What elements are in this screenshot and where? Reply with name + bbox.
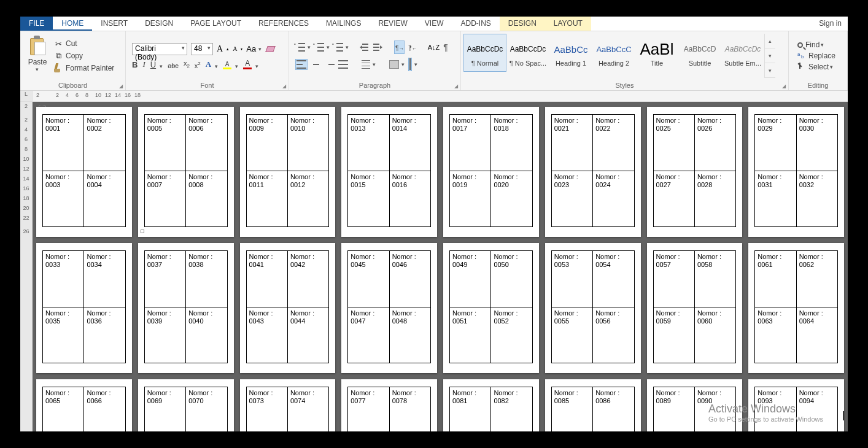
menu-view[interactable]: VIEW <box>416 17 452 31</box>
page-thumbnail[interactable]: Nomor :0069Nomor :0070 <box>138 379 234 431</box>
label-cell[interactable]: Nomor :0005 <box>144 115 185 171</box>
label-cell[interactable]: Nomor :0052 <box>491 307 532 363</box>
label-cell[interactable]: Nomor :0025 <box>653 115 694 171</box>
ruler-horizontal[interactable]: L 224681012141618 <box>20 91 848 102</box>
menu-insert[interactable]: INSERT <box>92 17 136 31</box>
label-cell[interactable]: Nomor :0039 <box>144 307 185 363</box>
decrease-font-button[interactable]: A <box>233 45 237 52</box>
increase-font-button[interactable]: A <box>217 44 223 54</box>
label-cell[interactable]: Nomor :0090 <box>694 387 735 432</box>
label-cell[interactable]: Nomor :0047 <box>348 307 389 363</box>
label-cell[interactable]: Nomor :0051 <box>450 307 491 363</box>
label-cell[interactable]: Nomor :0049 <box>450 251 491 307</box>
label-cell[interactable]: Nomor :0010 <box>287 115 328 171</box>
subscript-button[interactable]: x2 <box>184 60 190 69</box>
page-thumbnail[interactable]: Nomor :0001Nomor :0002Nomor :0003Nomor :… <box>36 107 132 237</box>
menu-table-design[interactable]: DESIGN <box>500 17 545 31</box>
copy-button[interactable]: ⧉Copy <box>53 51 114 61</box>
clear-formatting-button[interactable] <box>265 44 275 54</box>
label-cell[interactable]: Nomor :0059 <box>653 307 694 363</box>
page-thumbnail[interactable]: Nomor :0037Nomor :0038Nomor :0039Nomor :… <box>138 243 234 373</box>
align-center-button[interactable] <box>311 60 321 69</box>
page-thumbnail[interactable]: Nomor :0093Nomor :0094 <box>748 379 844 431</box>
label-cell[interactable]: Nomor :0055 <box>551 307 592 363</box>
page-thumbnail[interactable]: Nomor :0089Nomor :0090 <box>647 379 743 431</box>
label-cell[interactable]: Nomor :0016 <box>389 171 430 227</box>
menu-home[interactable]: HOME <box>53 17 92 31</box>
page-thumbnail[interactable]: Nomor :0057Nomor :0058Nomor :0059Nomor :… <box>647 243 743 373</box>
label-cell[interactable]: Nomor :0007 <box>144 171 185 227</box>
label-cell[interactable]: Nomor :0043 <box>246 307 287 363</box>
align-right-button[interactable] <box>325 60 335 69</box>
label-cell[interactable]: Nomor :0014 <box>389 115 430 171</box>
label-cell[interactable]: Nomor :0045 <box>348 251 389 307</box>
label-cell[interactable]: Nomor :0054 <box>593 251 634 307</box>
label-cell[interactable]: Nomor :0057 <box>653 251 694 307</box>
page-thumbnail[interactable]: Nomor :0041Nomor :0042Nomor :0043Nomor :… <box>240 243 336 373</box>
replace-button[interactable]: Replace <box>797 52 835 60</box>
paste-button[interactable]: Paste ▾ <box>24 34 51 77</box>
page-thumbnail[interactable]: Nomor :0009Nomor :0010Nomor :0011Nomor :… <box>240 107 336 237</box>
page-thumbnail[interactable]: Nomor :0061Nomor :0062Nomor :0063Nomor :… <box>748 243 844 373</box>
label-cell[interactable]: Nomor :0093 <box>755 387 796 432</box>
dialog-launcher-icon[interactable]: ◢ <box>119 83 123 89</box>
page-thumbnail[interactable]: Nomor :0081Nomor :0082 <box>443 379 539 431</box>
style-tile-title[interactable]: AaBlTitle <box>635 34 678 72</box>
highlight-button[interactable]: A <box>223 61 231 69</box>
label-cell[interactable]: Nomor :0032 <box>796 171 837 227</box>
label-cell[interactable]: Nomor :0074 <box>287 387 328 432</box>
label-cell[interactable]: Nomor :0060 <box>694 307 735 363</box>
label-cell[interactable]: Nomor :0015 <box>348 171 389 227</box>
page-thumbnail[interactable]: Nomor :0085Nomor :0086 <box>545 379 641 431</box>
label-cell[interactable]: Nomor :0029 <box>755 115 796 171</box>
ruler-vertical[interactable]: 224681012141618202226 <box>20 102 33 431</box>
menu-file[interactable]: FILE <box>20 17 53 31</box>
superscript-button[interactable]: x2 <box>195 61 201 69</box>
label-cell[interactable]: Nomor :0012 <box>287 171 328 227</box>
label-cell[interactable]: Nomor :0066 <box>84 387 125 432</box>
menu-mailings[interactable]: MAILINGS <box>317 17 370 31</box>
page-thumbnail[interactable]: Nomor :0033Nomor :0034Nomor :0035Nomor :… <box>36 243 132 373</box>
label-cell[interactable]: Nomor :0046 <box>389 251 430 307</box>
label-cell[interactable]: Nomor :0013 <box>348 115 389 171</box>
chevron-icon[interactable]: ▾ <box>765 63 775 78</box>
menu-addins[interactable]: ADD-INS <box>452 17 499 31</box>
rtl-button[interactable]: ¶← <box>408 42 416 53</box>
label-cell[interactable]: Nomor :0018 <box>491 115 532 171</box>
bold-button[interactable]: B <box>132 60 138 69</box>
label-cell[interactable]: Nomor :0017 <box>450 115 491 171</box>
page-thumbnail[interactable]: Nomor :0045Nomor :0046Nomor :0047Nomor :… <box>341 243 437 373</box>
line-spacing-button[interactable] <box>362 60 370 69</box>
font-size-select[interactable]: 48 <box>191 43 213 55</box>
font-name-select[interactable]: Calibri (Body) <box>132 43 187 55</box>
label-cell[interactable]: Nomor :0069 <box>144 387 185 432</box>
chevron-icon[interactable]: ▾ <box>765 48 775 63</box>
label-cell[interactable]: Nomor :0077 <box>348 387 389 432</box>
label-cell[interactable]: Nomor :0026 <box>694 115 735 171</box>
align-justify-button[interactable] <box>338 60 348 69</box>
label-cell[interactable]: Nomor :0024 <box>593 171 634 227</box>
decrease-indent-button[interactable] <box>360 43 370 52</box>
table-resize-handle-icon[interactable] <box>141 230 144 233</box>
label-cell[interactable]: Nomor :0022 <box>593 115 634 171</box>
cut-button[interactable]: ✂Cut <box>53 39 114 48</box>
document-area[interactable]: ✥ Nomor :0001Nomor :0002Nomor :0003Nomor… <box>33 102 848 431</box>
page-thumbnail[interactable]: Nomor :0021Nomor :0022Nomor :0023Nomor :… <box>545 107 641 237</box>
page-thumbnail[interactable]: Nomor :0005Nomor :0006Nomor :0007Nomor :… <box>138 107 234 237</box>
change-case-button[interactable]: Aa <box>246 44 256 53</box>
show-hide-button[interactable]: ¶ <box>443 42 448 52</box>
underline-button[interactable]: U <box>150 60 156 69</box>
label-cell[interactable]: Nomor :0073 <box>246 387 287 432</box>
menu-review[interactable]: REVIEW <box>370 17 416 31</box>
label-cell[interactable]: Nomor :0033 <box>43 251 84 307</box>
style-tile--no-spac-[interactable]: AaBbCcDc¶ No Spac... <box>506 34 549 72</box>
sort-button[interactable]: A↓Z <box>428 44 440 51</box>
label-cell[interactable]: Nomor :0034 <box>84 251 125 307</box>
label-cell[interactable]: Nomor :0044 <box>287 307 328 363</box>
sign-in-link[interactable]: Sign in <box>813 17 848 31</box>
style-tile-subtitle[interactable]: AaBbCcDSubtitle <box>678 34 721 72</box>
label-cell[interactable]: Nomor :0037 <box>144 251 185 307</box>
page-thumbnail[interactable]: Nomor :0065Nomor :0066 <box>36 379 132 431</box>
border-button[interactable] <box>408 58 412 71</box>
dialog-launcher-icon[interactable]: ◢ <box>782 83 786 89</box>
